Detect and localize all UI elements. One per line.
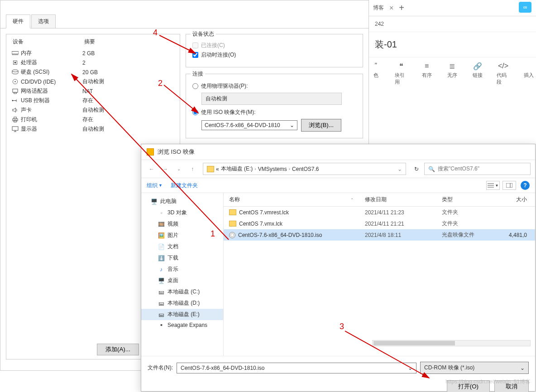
- new-tab-button[interactable]: +: [399, 3, 404, 13]
- connect-at-poweron-checkbox[interactable]: 启动时连接(O): [192, 51, 356, 59]
- use-physical-radio[interactable]: 使用物理驱动器(P):: [192, 82, 356, 90]
- device-display[interactable]: 显示器 自动检测: [6, 124, 180, 134]
- tree-drive-d[interactable]: 🖴本地磁盘 (D:): [141, 298, 223, 309]
- device-memory[interactable]: 内存 2 GB: [6, 48, 180, 58]
- device-list-header: 设备 摘要: [6, 37, 180, 48]
- col-date[interactable]: 修改日期: [359, 196, 436, 203]
- chevron-down-icon[interactable]: ⌄: [408, 365, 412, 371]
- chevron-down-icon[interactable]: ⌄: [397, 166, 402, 172]
- file-dialog-title: 浏览 ISO 映像: [141, 144, 535, 160]
- pc-icon: 🖥️: [150, 198, 158, 205]
- toolbar-link[interactable]: 🔗链接: [471, 62, 484, 85]
- external-drive-icon: ▪️: [158, 322, 165, 328]
- tree-downloads[interactable]: ⬇️下载: [141, 252, 223, 264]
- tree-drive-c[interactable]: 🖴本地磁盘 (C:): [141, 286, 223, 298]
- preview-pane-button[interactable]: [502, 181, 516, 190]
- device-cddvd[interactable]: CD/DVD (IDE) 自动检测: [6, 77, 180, 86]
- help-button[interactable]: ?: [521, 181, 530, 190]
- refresh-button[interactable]: ↻: [411, 163, 422, 175]
- connected-checkbox[interactable]: 已连接(C): [192, 42, 356, 49]
- crumb-folder2[interactable]: CentOS7.6: [292, 166, 319, 172]
- drive-icon: 🖴: [158, 289, 165, 295]
- tab-hardware[interactable]: 硬件: [6, 14, 30, 28]
- connection-group: 连接 使用物理驱动器(P): 自动检测 使用 ISO 映像文件(M): Cent…: [186, 74, 363, 138]
- organize-menu[interactable]: 组织▼: [147, 182, 163, 189]
- device-status-group: 设备状态 已连接(C) 启动时连接(O): [186, 34, 363, 67]
- breadcrumb[interactable]: « 本地磁盘 (E:) › VMSystems › CentOS7.6 ⌄: [203, 163, 406, 175]
- col-name[interactable]: 名称⌃: [224, 196, 359, 203]
- list-item[interactable]: CentOS-7.6-x86_64-DVD-1810.iso 2021/4/8 …: [224, 229, 535, 241]
- tab-options[interactable]: 选项: [31, 14, 56, 28]
- crumb-folder1[interactable]: VMSystems: [258, 166, 287, 172]
- list-item[interactable]: CentOS 7.vmx.lck 2021/4/11 21:21 文件夹: [224, 218, 535, 229]
- scrollbar-thumb[interactable]: [373, 341, 455, 345]
- group-title-connection: 连接: [191, 70, 205, 78]
- recent-dropdown[interactable]: ⌄: [173, 163, 185, 175]
- up-button[interactable]: ↑: [187, 163, 198, 175]
- toolbar-ordered[interactable]: ≡有序: [421, 62, 433, 85]
- device-hdd[interactable]: 硬盘 (SCSI) 20 GB: [6, 67, 180, 77]
- col-type[interactable]: 类型: [436, 196, 500, 203]
- cloud-extension-icon[interactable]: ∞: [519, 2, 531, 13]
- iso-radio-input[interactable]: [192, 109, 198, 115]
- filetype-dropdown[interactable]: CD-ROM 映像 (*.iso) ⌄: [420, 362, 529, 374]
- browse-button[interactable]: 浏览(B)...: [301, 119, 341, 132]
- display-icon: [11, 126, 19, 132]
- usb-icon: [11, 98, 19, 104]
- tree-drive-e[interactable]: 🖴本地磁盘 (E:): [141, 309, 223, 320]
- connect-poweron-input[interactable]: [192, 52, 198, 58]
- list-item[interactable]: CentOS 7.vmrest.lck 2021/4/11 21:23 文件夹: [224, 207, 535, 218]
- tree-pictures[interactable]: 🖼️图片: [141, 230, 223, 241]
- search-icon: 🔍: [428, 166, 435, 172]
- tree-video[interactable]: 🎞️视频: [141, 218, 223, 230]
- chevron-down-icon: ▼: [495, 184, 499, 188]
- view-mode-button[interactable]: ▼: [486, 181, 500, 190]
- search-input[interactable]: 🔍 搜索"CentOS7.6": [424, 163, 531, 175]
- svg-rect-17: [12, 127, 18, 130]
- col-device: 设备: [13, 38, 84, 46]
- tree-this-pc[interactable]: 🖥️此电脑: [141, 196, 223, 207]
- device-cpu[interactable]: 处理器 2: [6, 58, 180, 67]
- close-tab-icon[interactable]: ×: [389, 4, 393, 12]
- tree-seagate[interactable]: ▪️Seagate Expans: [141, 320, 223, 330]
- page-heading: 装-01: [368, 32, 536, 57]
- forward-button[interactable]: →: [159, 163, 171, 175]
- toolbar-color[interactable]: ”色: [369, 62, 382, 85]
- drive-icon: 🖴: [158, 312, 165, 318]
- toolbar-unordered[interactable]: ≣无序: [446, 62, 459, 85]
- pictures-icon: 🖼️: [158, 232, 165, 239]
- tree-music[interactable]: ♪音乐: [141, 264, 223, 275]
- memory-icon: [11, 50, 19, 57]
- iso-icon: [229, 232, 235, 238]
- add-device-button[interactable]: 添加(A)...: [97, 344, 139, 355]
- new-folder-button[interactable]: 新建文件夹: [171, 182, 198, 189]
- back-button[interactable]: ←: [146, 163, 158, 175]
- svg-rect-12: [14, 92, 16, 94]
- toolbar-code[interactable]: </>代码段: [497, 62, 509, 85]
- sound-icon: [11, 107, 19, 113]
- svg-point-10: [14, 81, 15, 82]
- toolbar-insert[interactable]: 插入: [522, 62, 535, 85]
- dialog-icon: [147, 148, 154, 156]
- filename-input[interactable]: CentOS-7.6-x86_64-DVD-1810.iso ⌄: [177, 363, 416, 373]
- iso-path-dropdown[interactable]: CentOS-7.6-x86_64-DVD-1810 ⌄: [201, 120, 297, 130]
- horizontal-scrollbar[interactable]: [372, 340, 531, 346]
- tree-documents[interactable]: 📄文档: [141, 241, 223, 252]
- crumb-disk[interactable]: 本地磁盘 (E:): [221, 165, 253, 173]
- physical-radio-input[interactable]: [192, 83, 198, 89]
- toolbar-blockquote[interactable]: ❝块引用: [395, 62, 407, 85]
- use-iso-radio[interactable]: 使用 ISO 映像文件(M):: [192, 109, 356, 116]
- network-icon: [11, 88, 19, 94]
- col-size[interactable]: 大小: [500, 196, 535, 203]
- device-nic[interactable]: 网络适配器 NAT: [6, 86, 180, 96]
- svg-rect-15: [14, 117, 16, 119]
- folder-icon: [207, 166, 214, 172]
- device-printer[interactable]: 打印机 存在: [6, 115, 180, 124]
- device-sound[interactable]: 声卡 自动检测: [6, 105, 180, 115]
- file-dialog-footer: 文件名(N): CentOS-7.6-x86_64-DVD-1810.iso ⌄…: [141, 356, 535, 392]
- browser-tab[interactable]: 博客: [373, 4, 384, 12]
- settings-tabs: 硬件 选项: [0, 14, 368, 28]
- tree-desktop[interactable]: 🖥️桌面: [141, 275, 223, 286]
- tree-3d[interactable]: ▫️3D 对象: [141, 207, 223, 218]
- device-usb[interactable]: USB 控制器 存在: [6, 96, 180, 105]
